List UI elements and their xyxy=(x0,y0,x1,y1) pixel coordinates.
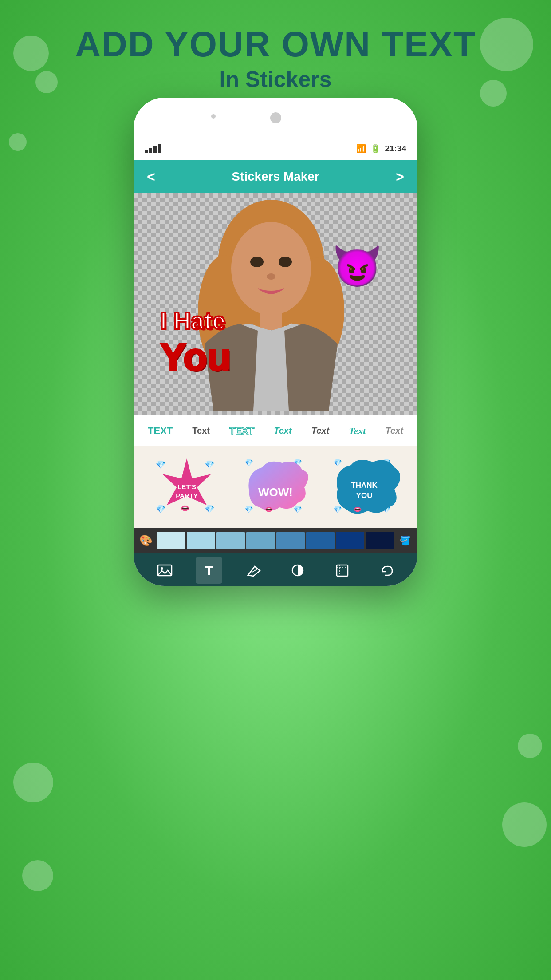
svg-rect-39 xyxy=(158,565,172,576)
text-style-outlined[interactable]: TEXT xyxy=(227,423,256,439)
image-tool-button[interactable] xyxy=(151,557,178,584)
signal-strength-icon xyxy=(145,144,161,153)
phone-camera xyxy=(270,112,281,123)
crop-tool-button[interactable] xyxy=(329,557,355,584)
undo-button[interactable] xyxy=(373,557,400,584)
signal-bar-2 xyxy=(149,148,152,153)
color-swatch-7[interactable] xyxy=(336,532,364,549)
battery-icon: 🔋 xyxy=(370,144,380,154)
phone-speaker xyxy=(211,114,216,119)
sticker-wow[interactable]: 💎 💎 💎 💎 WOW! 👄 xyxy=(238,453,313,522)
promo-headline: ADD YOUR OWN TEXT xyxy=(0,27,551,62)
svg-rect-17 xyxy=(260,312,282,330)
bubble xyxy=(502,802,547,847)
text-style-italic2[interactable]: Text xyxy=(309,423,331,438)
bubble xyxy=(22,860,53,891)
text-tool-button[interactable]: T xyxy=(196,557,222,584)
circle-half-icon xyxy=(290,563,306,578)
svg-text:💎: 💎 xyxy=(156,460,166,470)
undo-icon xyxy=(379,563,394,578)
text-style-normal[interactable]: Text xyxy=(190,423,212,438)
color-swatch-2[interactable] xyxy=(187,532,215,549)
svg-text:WOW!: WOW! xyxy=(258,485,293,498)
sticker-thank-you[interactable]: 💎 💎 💎 💎 THANK YOU 👄 xyxy=(327,453,402,522)
svg-point-40 xyxy=(161,567,163,570)
text-style-fancy[interactable]: Text xyxy=(383,423,405,438)
status-bar: 📶 🔋 21:34 xyxy=(134,138,417,160)
svg-text:👄: 👄 xyxy=(264,505,273,514)
promo-text: ADD YOUR OWN TEXT In Stickers xyxy=(0,27,551,92)
color-swatch-8[interactable] xyxy=(366,532,394,549)
woman-figure xyxy=(134,193,417,415)
signal-bar-4 xyxy=(158,144,161,153)
color-swatch-3[interactable] xyxy=(216,532,245,549)
svg-point-16 xyxy=(267,273,276,280)
color-swatch-1[interactable] xyxy=(157,532,185,549)
palette-icon-button[interactable]: 🎨 xyxy=(136,530,156,550)
wifi-icon: 📶 xyxy=(356,144,366,154)
svg-text:💎: 💎 xyxy=(244,505,253,514)
text-overlay[interactable]: I Hate You xyxy=(160,307,231,379)
forward-button[interactable]: > xyxy=(396,170,404,184)
svg-text:👄: 👄 xyxy=(180,503,190,513)
svg-text:💎: 💎 xyxy=(205,504,215,514)
svg-text:💎: 💎 xyxy=(293,505,302,514)
stickers-panel: 💎 💎 💎 💎 LET'S PARTY 👄 💎 💎 💎 💎 xyxy=(134,446,417,528)
bottom-toolbar: T xyxy=(134,553,417,586)
image-icon xyxy=(157,563,173,578)
svg-text:LET'S: LET'S xyxy=(177,482,196,490)
bubble xyxy=(13,763,53,802)
fill-icon-button[interactable]: 🪣 xyxy=(395,530,415,550)
canvas-area[interactable]: 😈 I Hate You xyxy=(134,193,417,415)
eraser-icon xyxy=(246,563,261,578)
phone-top-bar xyxy=(134,98,417,138)
status-right-icons: 📶 🔋 21:34 xyxy=(356,144,406,154)
text-style-selector: TEXT Text TEXT Text Text Text Text xyxy=(134,415,417,446)
svg-text:👄: 👄 xyxy=(353,505,362,514)
svg-text:💎: 💎 xyxy=(244,458,253,467)
signal-bar-3 xyxy=(153,146,157,153)
color-palette-bar: 🎨 🪣 xyxy=(134,528,417,553)
color-swatch-4[interactable] xyxy=(246,532,275,549)
circle-tool-button[interactable] xyxy=(284,557,311,584)
sticker-thankyou-svg: 💎 💎 💎 💎 THANK YOU 👄 xyxy=(329,454,400,521)
svg-text:💎: 💎 xyxy=(205,460,215,470)
svg-text:💎: 💎 xyxy=(333,505,342,514)
color-swatch-6[interactable] xyxy=(306,532,335,549)
svg-point-13 xyxy=(231,222,311,315)
sticker-wow-svg: 💎 💎 💎 💎 WOW! 👄 xyxy=(240,454,311,521)
svg-rect-44 xyxy=(337,565,348,576)
text-icon: T xyxy=(201,563,217,578)
svg-text:THANK: THANK xyxy=(351,481,378,490)
emoji-sticker[interactable]: 😈 xyxy=(332,246,382,286)
svg-text:PARTY: PARTY xyxy=(176,491,198,499)
text-style-script[interactable]: Text xyxy=(346,423,368,439)
sticker-party-svg: 💎 💎 💎 💎 LET'S PARTY 👄 xyxy=(151,454,222,521)
bubble xyxy=(9,133,27,151)
app-title: Stickers Maker xyxy=(232,170,319,184)
text-style-bold[interactable]: TEXT xyxy=(146,423,175,439)
bubble xyxy=(518,734,542,758)
signal-bar-1 xyxy=(145,150,148,153)
back-button[interactable]: < xyxy=(147,170,155,184)
svg-point-15 xyxy=(279,257,292,267)
sticker-lets-party[interactable]: 💎 💎 💎 💎 LET'S PARTY 👄 xyxy=(149,453,224,522)
app-header: < Stickers Maker > xyxy=(134,160,417,193)
svg-text:T: T xyxy=(205,563,213,578)
svg-text:💎: 💎 xyxy=(333,458,342,467)
eraser-tool-button[interactable] xyxy=(240,557,267,584)
svg-text:💎: 💎 xyxy=(156,504,166,514)
promo-subheadline: In Stickers xyxy=(0,67,551,92)
text-line-2: You xyxy=(160,334,231,379)
color-swatch-5[interactable] xyxy=(276,532,305,549)
phone-mockup: 📶 🔋 21:34 < Stickers Maker > xyxy=(134,98,417,586)
svg-text:YOU: YOU xyxy=(356,491,373,500)
text-line-1: I Hate xyxy=(160,307,231,334)
clock: 21:34 xyxy=(385,144,406,154)
text-style-italic1[interactable]: Text xyxy=(272,423,294,438)
svg-point-14 xyxy=(250,257,264,267)
crop-icon xyxy=(335,563,350,578)
